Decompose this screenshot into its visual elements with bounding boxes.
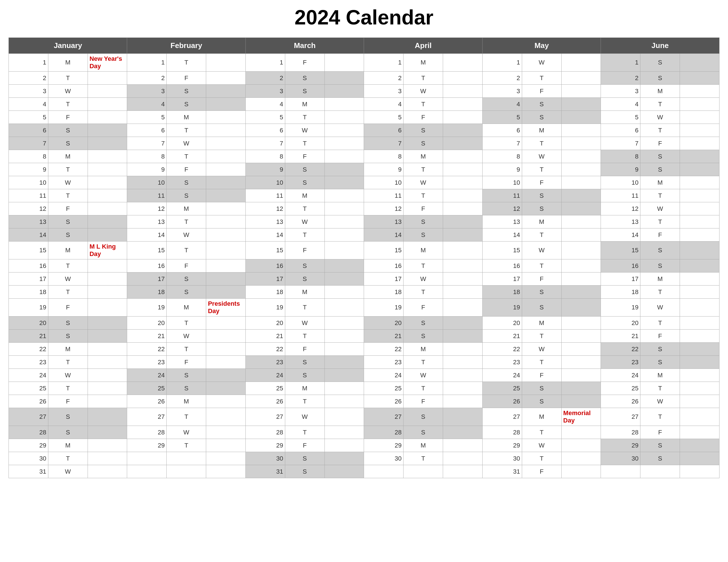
holiday-cell (680, 408, 719, 426)
day-num-cell: 3 (364, 85, 404, 98)
day-num-cell: 10 (245, 176, 285, 189)
day-letter-cell: F (48, 111, 88, 124)
day-letter-cell: S (48, 215, 88, 229)
day-letter-cell: T (522, 163, 561, 176)
day-num-cell: 7 (364, 137, 404, 150)
day-letter-cell: F (404, 298, 443, 316)
day-letter-cell: F (167, 356, 206, 369)
holiday-cell (206, 242, 246, 260)
day-num-cell: 19 (245, 298, 285, 316)
holiday-cell (324, 439, 364, 452)
day-letter-cell: S (48, 408, 88, 426)
table-row: 5F5M5T5F5S5W (9, 111, 719, 124)
day-letter-cell: S (167, 285, 206, 298)
holiday-cell (680, 298, 719, 316)
holiday-cell (324, 229, 364, 242)
day-letter-cell: S (285, 260, 324, 273)
holiday-cell (443, 72, 483, 85)
holiday-cell (206, 98, 246, 111)
day-num-cell: 26 (482, 395, 522, 408)
day-num-cell: 26 (364, 395, 404, 408)
holiday-cell (324, 176, 364, 189)
holiday-cell (88, 298, 127, 316)
day-num-cell: 28 (601, 426, 640, 439)
day-letter-cell: S (640, 452, 680, 465)
holiday-cell (206, 150, 246, 163)
day-letter-cell: S (640, 163, 680, 176)
holiday-cell (88, 72, 127, 85)
day-num-cell: 1 (9, 54, 48, 72)
day-num-cell: 20 (9, 316, 48, 329)
day-num-cell: 27 (9, 408, 48, 426)
holiday-cell (561, 395, 601, 408)
table-row: 18T18S18M18T18S18T (9, 285, 719, 298)
empty-day-letter (640, 465, 680, 478)
day-letter-cell: S (48, 329, 88, 343)
holiday-cell (324, 356, 364, 369)
day-letter-cell: S (522, 98, 561, 111)
holiday-cell (206, 137, 246, 150)
holiday-cell (206, 316, 246, 329)
day-letter-cell: W (404, 273, 443, 285)
holiday-cell (680, 452, 719, 465)
day-letter-cell: M (285, 98, 324, 111)
day-letter-cell: T (404, 452, 443, 465)
day-num-cell: 22 (601, 343, 640, 356)
day-num-cell: 18 (482, 285, 522, 298)
day-num-cell: 21 (364, 329, 404, 343)
day-letter-cell: T (404, 356, 443, 369)
holiday-cell (324, 124, 364, 137)
holiday-cell (680, 163, 719, 176)
day-num-cell: 20 (601, 316, 640, 329)
day-num-cell: 22 (9, 343, 48, 356)
day-letter-cell: W (48, 465, 88, 478)
day-letter-cell: T (285, 137, 324, 150)
day-num-cell: 30 (601, 452, 640, 465)
holiday-cell (443, 382, 483, 395)
day-num-cell: 30 (364, 452, 404, 465)
day-num-cell: 16 (127, 260, 167, 273)
day-letter-cell: W (48, 369, 88, 382)
day-num-cell: 11 (9, 189, 48, 202)
day-letter-cell: T (285, 426, 324, 439)
day-num-cell: 25 (9, 382, 48, 395)
day-letter-cell: T (167, 54, 206, 72)
day-num-cell: 1 (245, 54, 285, 72)
holiday-cell (324, 316, 364, 329)
holiday-cell (88, 316, 127, 329)
holiday-cell (88, 202, 127, 215)
holiday-cell (680, 242, 719, 260)
day-num-cell: 10 (601, 176, 640, 189)
day-letter-cell: S (522, 395, 561, 408)
day-letter-cell: T (167, 242, 206, 260)
day-num-cell: 2 (245, 72, 285, 85)
day-letter-cell: W (522, 343, 561, 356)
holiday-cell (561, 54, 601, 72)
day-letter-cell: S (404, 137, 443, 150)
day-num-cell: 31 (245, 465, 285, 478)
holiday-cell (88, 176, 127, 189)
day-num-cell: 5 (601, 111, 640, 124)
holiday-cell (324, 137, 364, 150)
day-num-cell: 21 (245, 329, 285, 343)
empty-day-num (127, 452, 167, 465)
holiday-cell (324, 426, 364, 439)
day-letter-cell: S (640, 150, 680, 163)
holiday-cell (443, 111, 483, 124)
day-num-cell: 16 (364, 260, 404, 273)
month-header-april: April (364, 38, 482, 54)
day-letter-cell: M (404, 242, 443, 260)
day-letter-cell: S (522, 382, 561, 395)
day-letter-cell: S (167, 382, 206, 395)
holiday-cell (680, 273, 719, 285)
day-letter-cell: M (48, 54, 88, 72)
day-letter-cell: S (167, 273, 206, 285)
day-num-cell: 17 (364, 273, 404, 285)
day-letter-cell: S (640, 343, 680, 356)
holiday-cell (561, 439, 601, 452)
empty-day-num (364, 465, 404, 478)
day-num-cell: 12 (601, 202, 640, 215)
holiday-cell (561, 452, 601, 465)
day-letter-cell: T (404, 285, 443, 298)
day-num-cell: 10 (127, 176, 167, 189)
